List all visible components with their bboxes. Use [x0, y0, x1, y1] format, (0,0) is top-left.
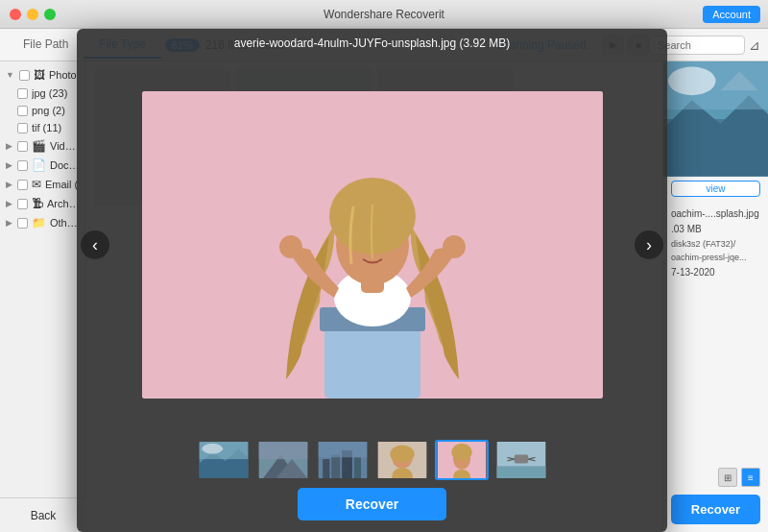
sidebar-item-document[interactable]: ▶ 📄 Docum ( — [0, 156, 85, 175]
filter-icon[interactable]: ⊿ — [749, 37, 760, 53]
others-checkbox[interactable] — [17, 218, 28, 229]
svg-point-16 — [443, 235, 466, 258]
sidebar-item-jpg[interactable]: jpg (23) — [0, 85, 85, 102]
sidebar-item-others[interactable]: ▶ 📁 Others... — [0, 213, 85, 232]
video-arrow: ▶ — [6, 141, 12, 151]
preview-recover-button[interactable]: Recover — [298, 488, 446, 520]
sidebar-item-video[interactable]: ▶ 🎬 Video ( — [0, 136, 85, 156]
next-image-button[interactable]: › — [635, 230, 663, 259]
thumbnail-6[interactable] — [494, 440, 548, 480]
preview-thumbnails — [178, 432, 567, 488]
preview-filename: averie-woodard-4nulm-JUYFo-unsplash.jpg … — [234, 36, 510, 50]
doc-checkbox[interactable] — [17, 160, 28, 171]
right-panel-thumbnail — [663, 61, 768, 177]
email-arrow: ▶ — [6, 180, 12, 189]
email-icon: ✉ — [32, 178, 41, 191]
close-button[interactable] — [10, 9, 21, 20]
tif-label: tif (11) — [32, 122, 61, 133]
archive-arrow: ▶ — [6, 199, 12, 208]
thumbnail-4[interactable] — [375, 440, 429, 480]
minimize-button[interactable] — [27, 9, 38, 20]
list-view-btn[interactable]: ≡ — [741, 468, 760, 487]
others-icon: 📁 — [32, 216, 46, 230]
preview-main-image — [142, 91, 603, 399]
sidebar-item-email[interactable]: ▶ ✉ Email ( — [0, 175, 85, 194]
video-icon: 🎬 — [32, 139, 46, 153]
sidebar-item-png[interactable]: png (2) — [0, 102, 85, 119]
thumbnail-3[interactable] — [316, 440, 370, 480]
right-panel-date: 7-13-2020 — [671, 265, 760, 280]
right-panel-filesize: .03 MB — [671, 222, 760, 237]
right-panel-filename: oachim-....splash.jpg — [671, 206, 760, 222]
svg-rect-24 — [258, 442, 307, 459]
prev-image-button[interactable]: ‹ — [81, 230, 109, 259]
photo-label: Photo — [49, 69, 77, 81]
email-label: Email ( — [45, 179, 78, 190]
preview-button[interactable]: view — [671, 181, 760, 197]
others-label: Others... — [50, 217, 80, 229]
right-panel: view oachim-....splash.jpg .03 MB disk3s… — [662, 61, 768, 532]
png-label: png (2) — [32, 105, 65, 116]
sidebar-item-photo[interactable]: ▼ 🖼 Photo — [0, 65, 85, 85]
archive-checkbox[interactable] — [17, 199, 28, 209]
svg-point-5 — [668, 67, 716, 96]
tab-filepath[interactable]: File Path — [8, 32, 84, 59]
grid-view-btn[interactable]: ⊞ — [718, 468, 737, 487]
photo-folder-icon: 🖼 — [34, 68, 45, 82]
title-bar: Wondershare Recoverit Account — [0, 0, 768, 29]
back-button[interactable]: Back — [31, 509, 57, 522]
sidebar-item-tif[interactable]: tif (11) — [0, 119, 85, 136]
maximize-button[interactable] — [44, 9, 56, 20]
sidebar-item-archive[interactable]: ▶ 🗜 Archiv... — [0, 194, 85, 213]
tif-checkbox[interactable] — [17, 123, 28, 133]
app-title: Wondershare Recoverit — [324, 8, 444, 21]
video-label: Video ( — [50, 140, 80, 152]
jpg-label: jpg (23) — [32, 87, 67, 99]
archive-label: Archiv... — [47, 198, 80, 209]
svg-rect-26 — [323, 459, 329, 478]
right-panel-info: oachim-....splash.jpg .03 MB disk3s2 (FA… — [663, 201, 768, 286]
svg-rect-39 — [514, 455, 527, 464]
archive-icon: 🗜 — [32, 197, 43, 210]
expand-arrow: ▼ — [6, 70, 14, 80]
right-panel-bottom: ⊞ ≡ Recover — [663, 460, 768, 532]
svg-point-20 — [202, 444, 223, 454]
svg-point-15 — [279, 235, 302, 258]
email-checkbox[interactable] — [17, 180, 28, 190]
svg-rect-38 — [496, 466, 545, 478]
account-button[interactable]: Account — [703, 6, 760, 23]
others-arrow: ▶ — [6, 218, 12, 228]
window-controls — [10, 9, 56, 20]
doc-icon: 📄 — [32, 158, 46, 172]
png-checkbox[interactable] — [17, 106, 28, 116]
thumbnail-5[interactable] — [435, 440, 489, 480]
sidebar: ▼ 🖼 Photo jpg (23) png (2) tif (11) ▶ 🎬 … — [0, 61, 86, 532]
landscape-preview-svg — [663, 61, 768, 177]
doc-label: Docum ( — [50, 159, 80, 171]
right-panel-location: disk3s2 (FAT32)/oachim-pressl-jqe... — [671, 237, 760, 265]
svg-rect-27 — [331, 455, 340, 478]
video-checkbox[interactable] — [17, 141, 28, 152]
bottom-toolbar: Back — [0, 497, 86, 532]
thumbnail-2[interactable] — [256, 440, 310, 480]
preview-image-area: ‹ — [77, 58, 667, 432]
preview-header: averie-woodard-4nulm-JUYFo-unsplash.jpg … — [77, 29, 667, 58]
svg-rect-30 — [318, 442, 367, 457]
thumbnail-1[interactable] — [197, 440, 251, 480]
preview-image-svg — [142, 91, 603, 399]
jpg-checkbox[interactable] — [17, 88, 28, 99]
doc-arrow: ▶ — [6, 160, 12, 170]
photo-checkbox[interactable] — [19, 70, 30, 81]
svg-rect-29 — [353, 457, 360, 478]
svg-point-33 — [390, 446, 414, 463]
preview-modal: averie-woodard-4nulm-JUYFo-unsplash.jpg … — [77, 29, 667, 532]
recover-main-button[interactable]: Recover — [671, 495, 760, 524]
svg-point-36 — [451, 444, 472, 461]
